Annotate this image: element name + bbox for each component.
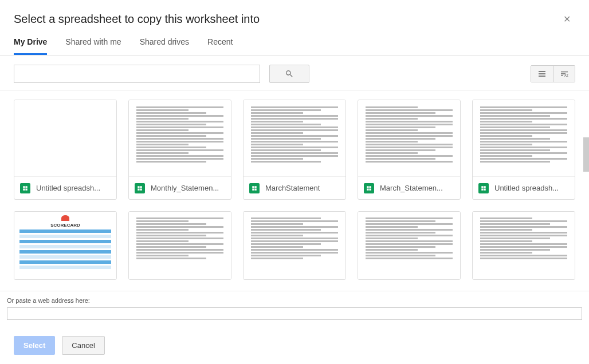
paste-label: Or paste a web address here: xyxy=(7,297,582,304)
tab-recent[interactable]: Recent xyxy=(207,37,233,55)
file-footer: Untitled spreadsh... xyxy=(14,176,116,199)
dialog-header: Select a spreadsheet to copy this worksh… xyxy=(0,0,589,31)
file-card[interactable]: Monthly_Statemen... xyxy=(128,100,231,200)
file-card[interactable]: SCORECARD xyxy=(14,211,117,280)
file-card[interactable]: MarchStatement xyxy=(243,100,346,200)
file-thumbnail xyxy=(358,212,460,279)
file-card[interactable] xyxy=(358,211,461,280)
sheets-icon xyxy=(478,183,489,193)
file-card[interactable] xyxy=(472,211,575,280)
sheets-icon xyxy=(364,183,374,193)
file-thumbnail xyxy=(129,212,231,279)
file-thumbnail xyxy=(244,100,345,176)
close-button[interactable]: ✕ xyxy=(559,11,575,27)
tab-shared-drives[interactable]: Shared drives xyxy=(140,37,189,55)
file-label: MarchStatement xyxy=(265,184,320,192)
file-grid-area[interactable]: Untitled spreadsh... Monthly_Statemen... xyxy=(0,90,589,291)
sheets-icon xyxy=(135,183,145,193)
search-icon xyxy=(285,69,294,78)
file-footer: Monthly_Statemen... xyxy=(129,176,231,199)
file-thumbnail xyxy=(14,100,116,176)
dialog-actions: Select Cancel xyxy=(0,328,589,364)
tab-bar: My Drive Shared with me Shared drives Re… xyxy=(0,31,589,56)
sort-az-icon: AZ xyxy=(560,69,569,78)
paste-area: Or paste a web address here: xyxy=(0,291,589,328)
search-input[interactable] xyxy=(14,65,260,83)
file-card[interactable]: March_Statemen... xyxy=(358,100,461,200)
file-footer: Untitled spreadsh... xyxy=(473,176,575,199)
file-label: March_Statemen... xyxy=(380,184,443,192)
file-label: Untitled spreadsh... xyxy=(494,184,559,192)
file-card[interactable]: Untitled spreadsh... xyxy=(472,100,575,200)
file-picker-dialog: Select a spreadsheet to copy this worksh… xyxy=(0,0,589,364)
sheets-icon xyxy=(249,183,260,193)
file-thumbnail xyxy=(129,100,231,176)
file-label: Monthly_Statemen... xyxy=(151,184,219,192)
search-button[interactable] xyxy=(269,65,309,83)
tab-shared-with-me[interactable]: Shared with me xyxy=(65,37,121,55)
view-toggle: AZ xyxy=(531,65,575,82)
file-footer: March_Statemen... xyxy=(358,176,460,199)
file-card[interactable] xyxy=(128,211,231,280)
select-button[interactable]: Select xyxy=(14,336,55,355)
file-grid: Untitled spreadsh... Monthly_Statemen... xyxy=(14,100,575,280)
scorecard-title: SCORECARD xyxy=(19,223,111,228)
tab-my-drive[interactable]: My Drive xyxy=(14,37,47,55)
file-thumbnail xyxy=(244,212,345,279)
file-thumbnail: SCORECARD xyxy=(14,212,116,279)
cancel-button[interactable]: Cancel xyxy=(62,336,104,355)
sort-button[interactable]: AZ xyxy=(553,66,575,82)
file-thumbnail xyxy=(358,100,460,176)
list-view-button[interactable] xyxy=(531,66,553,82)
file-card[interactable] xyxy=(243,211,346,280)
sheets-icon xyxy=(20,183,30,193)
paste-url-input[interactable] xyxy=(7,307,582,320)
file-label: Untitled spreadsh... xyxy=(36,184,100,192)
scrollbar-thumb[interactable] xyxy=(583,137,589,172)
file-thumbnail xyxy=(473,100,575,176)
list-icon xyxy=(537,69,547,78)
toolbar: AZ xyxy=(0,56,589,90)
file-thumbnail xyxy=(473,212,575,279)
file-card[interactable]: Untitled spreadsh... xyxy=(14,100,117,200)
dialog-title: Select a spreadsheet to copy this worksh… xyxy=(14,13,260,26)
svg-text:AZ: AZ xyxy=(564,74,569,77)
file-footer: MarchStatement xyxy=(244,176,345,199)
